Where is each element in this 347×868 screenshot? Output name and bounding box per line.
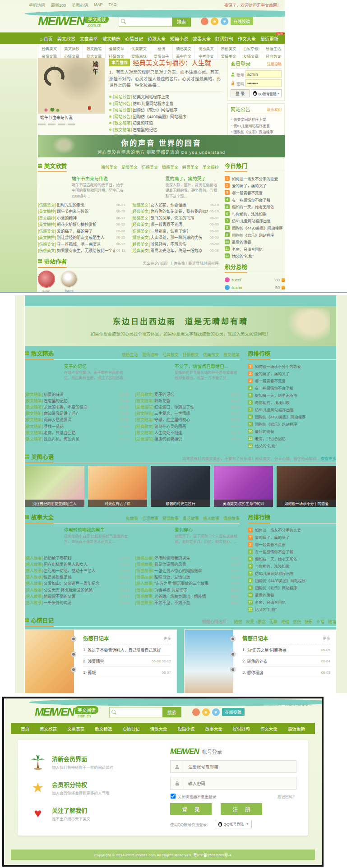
rank-item[interactable]: 姑父的“礼物” bbox=[225, 253, 285, 260]
nav-item[interactable]: 短篇小说 bbox=[178, 726, 195, 732]
mood-link[interactable]: 思念 bbox=[258, 619, 266, 625]
rank-item[interactable]: 如何谈一场永不分手的恋爱 bbox=[248, 526, 336, 533]
rank-item[interactable]: 哪一段青春不荒唐 bbox=[225, 189, 285, 196]
rank-item[interactable]: 如何谈一场永不分手的恋爱 bbox=[248, 363, 336, 370]
rank-item[interactable]: 姑父的“礼物” bbox=[248, 442, 336, 449]
article-row[interactable]: [情感故事]老爸跳广场舞竟跳出了婚外情06-14 bbox=[135, 593, 240, 599]
gallery-image[interactable]: 别让曾经的朋友变成陌生人 bbox=[25, 466, 84, 507]
subnav-link[interactable]: 感伤 bbox=[150, 44, 173, 52]
section-tab[interactable]: 感悟生活 bbox=[122, 352, 138, 358]
submit-article-button[interactable]: 在线投稿 bbox=[222, 708, 245, 716]
notice-item[interactable]: 仿美文网站程序上架 bbox=[231, 116, 282, 122]
more-link[interactable]: 更多 bbox=[163, 635, 171, 641]
subnav-link[interactable]: 散文随笔 bbox=[83, 44, 106, 52]
rank-item[interactable]: 仿61儿童网站程序出售 bbox=[248, 569, 336, 577]
week-featured-title[interactable]: 经典美文美句摘抄：人生就 bbox=[133, 58, 211, 67]
diary-row-item[interactable]: 1.为“东方之星”同胞祈福06-05 bbox=[242, 644, 330, 656]
slider-dot[interactable] bbox=[48, 124, 56, 125]
article-row[interactable]: [爱情滋味]红尘渡口，你遇见了谁06-27 bbox=[135, 404, 240, 410]
topbar-link[interactable]: 美图心语 bbox=[72, 2, 88, 8]
nav-item[interactable]: 首页 bbox=[40, 35, 53, 42]
subnav-link[interactable]: 经典美文 bbox=[38, 44, 61, 52]
article-row[interactable]: [感人故事]谁是英雄谁是贼06-24 bbox=[25, 574, 129, 580]
weibo-icon[interactable] bbox=[201, 18, 208, 25]
diary-row-item[interactable]: 3.想你程度06-03 bbox=[242, 667, 330, 678]
subnav-link[interactable]: 美文摘抄 bbox=[61, 44, 83, 52]
mood-link[interactable]: 快乐 bbox=[305, 619, 313, 625]
featured-article[interactable]: 爱的痛了，痛的哭了夜深人静，窗外，月亮在偷偷地望着无眠的我，静坐屏前，当我敲下这… bbox=[132, 175, 219, 199]
section-tab[interactable]: 爱情美文 bbox=[121, 164, 138, 170]
nav-item[interactable]: 短篇小说 bbox=[170, 35, 188, 42]
article-row[interactable]: [散文随笔]你知道我是谁了吗？06-29 bbox=[25, 410, 129, 417]
score-user[interactable]: succi bbox=[231, 278, 241, 282]
rank-item[interactable]: 爱的痛了，痛的哭了 bbox=[225, 182, 285, 189]
featured-article[interactable]: 端午节由来与传说端午节是古老的传统节日，始于中国的春秋战国时期，至今已有2000… bbox=[38, 175, 125, 199]
subnav-link[interactable]: 爱情文章 bbox=[106, 44, 128, 52]
article-row[interactable]: [美文摘抄]端午节由来与传说06-18 bbox=[38, 208, 125, 215]
section-tab[interactable]: 情感美文 bbox=[162, 164, 178, 170]
article-row[interactable]: [感人故事]一千米外的鸡汤06-21 bbox=[25, 599, 129, 606]
article-row[interactable]: [散文随笔]三生爱恋，一世情缘06-27 bbox=[135, 410, 240, 417]
rank-item[interactable]: 假如有一天，她老无所依 bbox=[225, 203, 285, 210]
subnav-link[interactable]: 原创美文 bbox=[217, 44, 240, 52]
featured-slider[interactable]: 端午 端午节由来与传说 bbox=[38, 58, 105, 132]
mood-link[interactable]: 难过 bbox=[281, 619, 289, 625]
nav-item[interactable]: 故事大全 bbox=[193, 35, 211, 42]
article-row[interactable]: [经典美文]写尽流光沧年，终是一纸为凉06-08 bbox=[132, 247, 219, 254]
heart-icon[interactable]: ♥ bbox=[221, 18, 228, 25]
subnav-link[interactable]: 优美散文 bbox=[128, 44, 151, 52]
login-button[interactable]: 登 录 bbox=[231, 89, 250, 97]
slider-dot[interactable] bbox=[58, 124, 65, 125]
rank-item[interactable]: 有一些感情你不会了解 bbox=[248, 384, 336, 391]
promo-banner[interactable]: 你的声音 世界的回音 若心灵没有栖息的地方 到那里都是流浪 Do you und… bbox=[38, 135, 285, 157]
featured-article[interactable]: 停电时偷吻我的男生现实版的小白菜 比起那些妖气重重的女生，龚薇真不像是艺术班的女… bbox=[25, 526, 129, 552]
nav-item[interactable]: 文章荟萃 bbox=[80, 35, 98, 42]
remember-checkbox[interactable] bbox=[171, 794, 176, 799]
rank-item[interactable]: 团购仿《软乐》网站程序 bbox=[248, 420, 336, 427]
password-input[interactable] bbox=[245, 79, 282, 87]
notice-item[interactable]: 团购仿《软乐》网站程序 bbox=[231, 129, 282, 135]
article-row[interactable]: [美文摘抄]小草的精神06-17 bbox=[38, 215, 125, 221]
featured-article[interactable]: 不爱了，请留点自尊给自...爱情的世界里最苦恼的并不是你爱着他他却爱着她，而是一… bbox=[135, 363, 240, 389]
view-more-link[interactable]: 查看更多 bbox=[321, 456, 336, 461]
article-row[interactable]: [散文随笔]寻找一朵花06-28 bbox=[25, 423, 129, 429]
rank-item[interactable]: 假如有一天，她老无所依 bbox=[248, 391, 336, 399]
rank-item[interactable]: 仿61儿童网站程序出售 bbox=[248, 406, 336, 413]
section-tab[interactable]: 原创美文 bbox=[101, 164, 117, 170]
rank-item[interactable]: 哪一段青春不荒唐 bbox=[248, 541, 336, 548]
forgot-password-link[interactable]: 忘记密码？ bbox=[277, 794, 296, 799]
rank-item[interactable]: 有一些感情你不会了解 bbox=[225, 196, 285, 203]
section-tab[interactable]: 散文随笔 bbox=[223, 352, 240, 358]
article-row[interactable]: [伤感美文]旧时光里的牵念06-21 bbox=[38, 202, 125, 208]
headline-item[interactable]: [散文随笔]石磨里的记忆 bbox=[109, 126, 223, 133]
mood-link[interactable]: 寂寞 bbox=[246, 619, 254, 625]
subnav-link[interactable]: 百家杂谈 bbox=[240, 44, 263, 52]
notice-item[interactable]: 仿61儿童网站程序出售 bbox=[231, 122, 282, 129]
search-input[interactable] bbox=[109, 707, 162, 717]
article-row[interactable]: [经典散文]麦子的记忆06-27 bbox=[135, 391, 240, 397]
article-row[interactable]: [感人故事]“东方之星”翻沉事故的三个故事06-16 bbox=[135, 580, 240, 587]
section-tab[interactable]: 感人故事 bbox=[203, 515, 219, 521]
more-link[interactable]: 更多 bbox=[323, 635, 330, 641]
topbar-link[interactable]: TAG bbox=[109, 2, 117, 8]
headline-item[interactable]: [网站公告]团购仿《4493美图》网站程序 bbox=[109, 113, 223, 120]
rank-item[interactable]: 团购仿《4493美图》网站程序 bbox=[225, 224, 285, 231]
section-tab[interactable]: 爱情滋味 bbox=[142, 352, 158, 358]
article-row[interactable]: [美文摘抄]朝花夕拾好句摘抄赏析06-16 bbox=[38, 221, 125, 228]
favorite-star-icon[interactable]: ★ bbox=[211, 18, 218, 25]
section-tab[interactable]: 伤感美文 bbox=[142, 164, 158, 170]
rank-item[interactable]: 老房，只适合回忆 bbox=[248, 435, 336, 442]
article-row[interactable]: [感人故事]乞丐的一句话，感动十三亿人06-24 bbox=[25, 567, 129, 574]
section-tab[interactable]: 经典美文 bbox=[182, 164, 199, 170]
nav-item[interactable]: 美文欣赏 bbox=[57, 35, 75, 42]
article-row[interactable]: [感人故事]困在电梯里的男人和女人06-24 bbox=[25, 561, 129, 567]
article-row[interactable]: [情感故事]为缘寻找 为爱坚守06-14 bbox=[135, 587, 240, 593]
article-row[interactable]: [散文随笔]石磨里的记忆06-29 bbox=[25, 397, 129, 404]
slider-dot[interactable] bbox=[38, 124, 46, 125]
rank-item[interactable]: 团购仿《软乐》网站程序 bbox=[225, 231, 285, 239]
gallery-image[interactable]: 最苦的时光是独行 bbox=[151, 466, 210, 507]
article-row[interactable]: [感人故事]父爱如山：父亲逝世一周年纪念06-21 bbox=[25, 580, 129, 587]
qq-login-button[interactable]: QQ帐号登陆 bbox=[215, 820, 252, 828]
nav-item[interactable]: 最近更新 bbox=[260, 35, 278, 42]
qq-login-button[interactable]: QQ账号登陆 bbox=[251, 89, 282, 97]
